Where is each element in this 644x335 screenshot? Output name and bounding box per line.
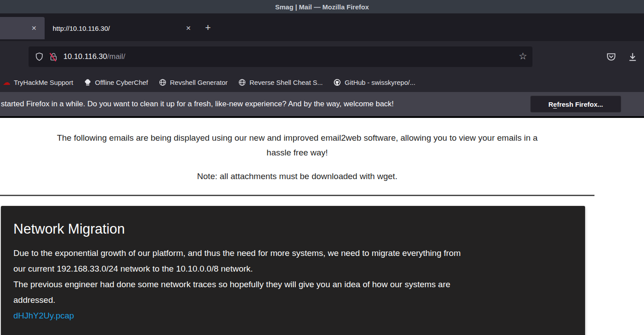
window-title: Smag | Mail — Mozilla Firefox <box>275 3 369 11</box>
bookmark-github-swisskyrepo[interactable]: GitHub - swisskyrepo/... <box>333 79 415 86</box>
globe-icon <box>159 79 166 86</box>
insecure-lock-icon[interactable] <box>49 52 58 61</box>
page-content: The following emails are being displayed… <box>0 118 644 335</box>
bookmark-label: Revshell Generator <box>170 79 228 86</box>
email-body-line: Due to the exponential growth of our pla… <box>13 245 573 261</box>
email-body-line: addressed. <box>13 292 573 308</box>
url-bar[interactable]: 10.10.116.30/mail/ ☆ <box>29 46 532 67</box>
note-text: Note: all attachments must be downloaded… <box>0 172 594 181</box>
bookmark-label: GitHub - swisskyrepo/... <box>345 79 415 86</box>
notification-message: started Firefox in a while. Do you want … <box>1 100 394 109</box>
page-inner: The following emails are being displayed… <box>0 130 594 335</box>
github-icon <box>333 79 341 86</box>
bookmark-label: TryHackMe Support <box>14 79 73 86</box>
pocket-icon[interactable] <box>606 52 616 62</box>
shield-icon[interactable] <box>35 52 44 61</box>
new-tab-button[interactable]: + <box>202 21 214 34</box>
bookmark-offline-cyberchef[interactable]: Offline CyberChef <box>84 79 148 86</box>
email-body-line: The previous engineer had done some netw… <box>13 276 573 292</box>
tab-http-10-10-116-30[interactable]: http://10.10.116.30/ ✕ <box>46 17 197 39</box>
refresh-button-text: R <box>548 100 553 108</box>
bookmark-revshell-generator[interactable]: Revshell Generator <box>159 79 228 86</box>
tab-title: http://10.10.116.30/ <box>53 25 186 32</box>
bookmark-star-icon[interactable]: ☆ <box>519 51 527 62</box>
bookmark-label: Reverse Shell Cheat S... <box>249 79 323 86</box>
intro-text: The following emails are being displayed… <box>0 130 594 160</box>
red-slash-overlay <box>48 52 59 63</box>
intro-line: hassle free way! <box>0 145 594 160</box>
refresh-button-accesskey: e <box>553 100 557 108</box>
refresh-firefox-button[interactable]: Refresh Firefox... <box>530 96 621 113</box>
firefox-window: Smag | Mail — Mozilla Firefox ✕ http://1… <box>0 0 644 335</box>
tryhackme-cloud-icon: ☁ <box>3 79 10 86</box>
chef-hat-icon <box>84 79 91 86</box>
email-body-line: our current 192.168.33.0/24 network to t… <box>13 261 573 276</box>
bookmark-reverse-shell-cheat-sheet[interactable]: Reverse Shell Cheat S... <box>238 79 323 86</box>
window-titlebar[interactable]: Smag | Mail — Mozilla Firefox <box>0 0 644 13</box>
refresh-notification-bar: started Firefox in a while. Do you want … <box>0 92 644 116</box>
bookmarks-toolbar: ☁ TryHackMe Support Offline CyberChef Re… <box>0 72 644 92</box>
tab-close-icon[interactable]: ✕ <box>31 25 37 32</box>
refresh-button-text: fresh Firefox... <box>557 100 603 108</box>
bookmark-label: Offline CyberChef <box>95 79 148 86</box>
url-path: /mail/ <box>107 52 125 61</box>
email-subject: Network Migration <box>13 221 573 237</box>
email-card-network-migration: Network Migration Due to the exponential… <box>1 206 585 335</box>
divider <box>0 195 594 196</box>
tab-bar: ✕ http://10.10.116.30/ ✕ + <box>0 13 644 41</box>
navigation-toolbar: 10.10.116.30/mail/ ☆ <box>0 41 644 72</box>
tab-close-icon[interactable]: ✕ <box>186 25 191 32</box>
globe-icon <box>238 79 246 86</box>
intro-line: The following emails are being displayed… <box>0 130 594 145</box>
url-text: 10.10.116.30/mail/ <box>63 52 125 61</box>
url-host: 10.10.116.30 <box>63 52 107 61</box>
tab-active-partial[interactable]: ✕ <box>0 17 45 39</box>
download-icon[interactable] <box>627 52 638 62</box>
attachment-link-pcap[interactable]: dHJhY2Uy.pcap <box>13 308 74 323</box>
bookmark-tryhackme-support[interactable]: ☁ TryHackMe Support <box>3 79 73 86</box>
